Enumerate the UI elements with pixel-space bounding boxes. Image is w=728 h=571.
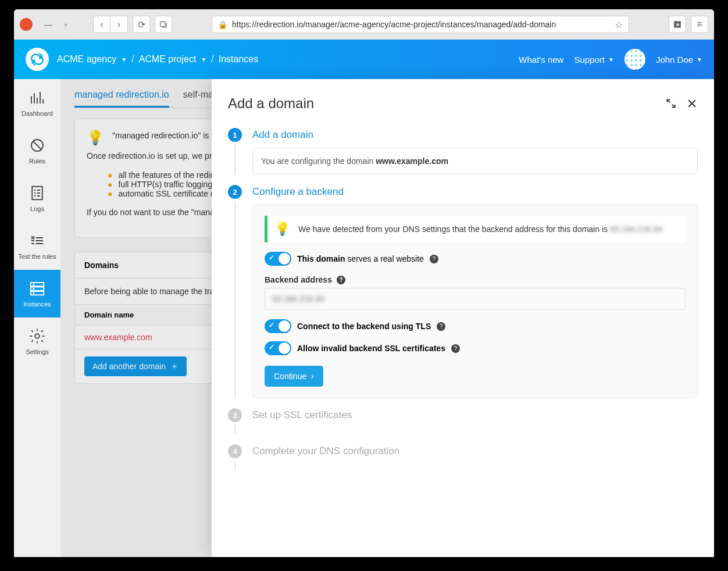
browser-menu-button[interactable]: ≡ [691, 16, 708, 33]
user-menu[interactable]: John Doe ▼ [656, 55, 702, 65]
svg-rect-0 [160, 22, 165, 26]
chevron-down-icon: ▼ [608, 56, 614, 63]
backend-config-box: 💡 We have detected from your DNS setting… [252, 205, 698, 398]
step-1-title: Add a domain [252, 128, 698, 141]
backend-address-label: Backend address ? [265, 275, 686, 284]
breadcrumb-agency[interactable]: ACME agency [57, 54, 116, 65]
step-4: 4 Complete your DNS configuration [228, 444, 698, 470]
svg-point-8 [33, 284, 34, 285]
step-4-title: Complete your DNS configuration [252, 444, 698, 457]
app-topbar: ACME agency ▼ / ACME project ▼ / Instanc… [14, 40, 714, 79]
step-2-title: Configure a backend [252, 185, 698, 198]
expand-icon[interactable] [665, 98, 677, 109]
breadcrumb-project[interactable]: ACME project [139, 54, 197, 65]
panel-title: Add a domain [228, 95, 656, 112]
lock-icon: 🔒 [218, 20, 227, 29]
svg-point-11 [35, 334, 40, 338]
sidenav: Dashboard Rules Logs Test the rules [14, 79, 60, 557]
test-icon [28, 232, 46, 249]
app-logo[interactable] [26, 48, 49, 71]
lightbulb-icon: 💡 [274, 222, 290, 237]
help-icon[interactable]: ? [430, 255, 438, 263]
svg-point-9 [33, 288, 34, 289]
dns-detection-notice: 💡 We have detected from your DNS setting… [265, 216, 686, 242]
invalid-ssl-toggle[interactable] [265, 341, 291, 355]
step-number: 2 [228, 185, 242, 199]
chevron-down-icon[interactable]: ▼ [121, 56, 127, 63]
bookmark-star-icon[interactable]: ☆ [615, 19, 623, 30]
rules-icon [28, 137, 46, 154]
sidenav-item-rules[interactable]: Rules [14, 127, 60, 174]
continue-button[interactable]: Continue › [265, 366, 323, 387]
chevron-down-icon[interactable]: ▼ [201, 56, 206, 63]
browser-chrome: — ▫ ‹ › ⟳ 🔒 https://redirection.io/manag… [14, 9, 714, 40]
support-menu[interactable]: Support ▼ [574, 55, 613, 65]
avatar[interactable] [624, 49, 645, 70]
sidenav-item-instances[interactable]: Instances [14, 270, 60, 317]
whats-new-link[interactable]: What's new [519, 55, 563, 65]
sidenav-item-test-rules[interactable]: Test the rules [14, 222, 60, 270]
help-icon[interactable]: ? [337, 276, 345, 284]
tls-toggle[interactable] [265, 319, 291, 333]
url-bar[interactable]: 🔒 https://redirection.io/manager/acme-ag… [212, 16, 629, 33]
browser-screenshot-button[interactable] [155, 16, 172, 33]
close-icon[interactable] [686, 98, 698, 109]
step-3-title: Set up SSL certificates [252, 408, 698, 421]
step-number: 3 [228, 408, 242, 422]
step-3: 3 Set up SSL certificates [228, 408, 698, 434]
step-number: 1 [228, 128, 242, 142]
svg-rect-5 [31, 283, 44, 286]
instances-icon [28, 280, 46, 297]
sidenav-item-settings[interactable]: Settings [14, 317, 60, 365]
settings-icon [28, 327, 46, 345]
help-icon[interactable]: ? [437, 322, 445, 331]
browser-forward-button[interactable]: › [110, 16, 128, 33]
sidenav-item-dashboard[interactable]: Dashboard [14, 79, 60, 127]
step-1-summary: You are configuring the domain www.examp… [252, 148, 698, 174]
window-max-button[interactable]: ▫ [59, 18, 72, 31]
chevron-right-icon: › [311, 372, 314, 381]
redirection-icon [29, 51, 45, 67]
browser-extension-button[interactable]: ★ [669, 16, 686, 33]
browser-back-button[interactable]: ‹ [93, 16, 110, 33]
svg-rect-6 [31, 287, 44, 291]
svg-rect-7 [31, 291, 44, 295]
backend-address-input[interactable]: 93.184.216.34 [265, 288, 686, 310]
breadcrumb-page[interactable]: Instances [219, 54, 258, 65]
breadcrumb: ACME agency ▼ / ACME project ▼ / Instanc… [57, 54, 258, 65]
chevron-down-icon: ▼ [697, 56, 702, 63]
browser-reload-button[interactable]: ⟳ [133, 16, 150, 33]
step-2: 2 Configure a backend 💡 We have detected… [228, 185, 698, 398]
serves-website-toggle[interactable] [265, 252, 291, 266]
help-icon[interactable]: ? [451, 344, 460, 353]
step-number: 4 [228, 444, 242, 458]
window-min-button[interactable]: — [42, 18, 55, 31]
window-close-button[interactable] [20, 18, 33, 31]
svg-text:★: ★ [676, 22, 680, 27]
url-text: https://redirection.io/manager/acme-agen… [232, 20, 610, 29]
dashboard-icon [28, 89, 46, 106]
add-domain-panel: Add a domain 1 Add a domain You are conf… [212, 79, 714, 557]
logs-icon [28, 184, 46, 202]
svg-point-10 [33, 293, 34, 294]
step-1: 1 Add a domain You are configuring the d… [228, 128, 698, 174]
sidenav-item-logs[interactable]: Logs [14, 174, 60, 222]
